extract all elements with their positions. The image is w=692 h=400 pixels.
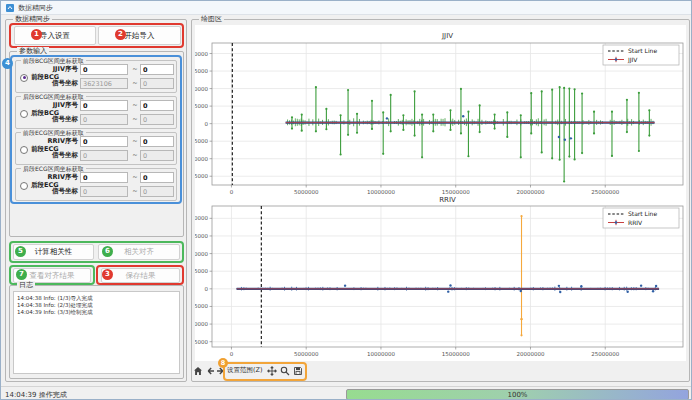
svg-text:15000000: 15000000 bbox=[442, 351, 470, 357]
view-align-result-label: 查看对齐结果 bbox=[30, 271, 75, 281]
tilde-separator: ~ bbox=[131, 186, 139, 197]
step-badge-5: 5 bbox=[15, 246, 26, 257]
jjiv-index-to-input[interactable] bbox=[140, 64, 174, 75]
log-line: 14:04:38 Info: (1/3)导入完成 bbox=[14, 295, 179, 302]
progress-value: 100% bbox=[507, 391, 527, 399]
param-section-front-bcg: 前段BCG区间坐标获取 前段BCG JJIV序号 ~ 信号坐标 ~ bbox=[15, 60, 177, 93]
svg-text:15000: 15000 bbox=[195, 68, 208, 74]
radio-dot-icon bbox=[20, 110, 28, 118]
group-data-sync-title: 数据精同步 bbox=[13, 15, 52, 24]
title-bar: 数据精同步 bbox=[1, 1, 692, 15]
svg-text:10000: 10000 bbox=[195, 251, 208, 257]
log-list[interactable]: 14:04:38 Info: (1/3)导入完成 14:04:38 Info: … bbox=[13, 291, 180, 374]
svg-text:25000000: 25000000 bbox=[591, 351, 619, 357]
signal-coord-from-input bbox=[80, 78, 128, 89]
row-label: RRIV序号 bbox=[34, 136, 78, 147]
step-badge-4: 4 bbox=[2, 58, 13, 69]
set-range-label: 设置范围(Z) bbox=[227, 366, 263, 374]
param-section-front-ecg: 前段ECG区间坐标获取 前段ECG RRIV序号 ~ 信号坐标 ~ bbox=[15, 132, 177, 165]
pan-icon[interactable] bbox=[267, 366, 277, 376]
start-import-button[interactable]: 开始导入 bbox=[98, 26, 181, 45]
row-label: 信号坐标 bbox=[34, 114, 78, 125]
signal-coord-from-input bbox=[80, 186, 128, 197]
status-bar: 14:04:39 操作完成 100% bbox=[1, 386, 692, 400]
param-section-rear-ecg: 后段ECG区间坐标获取 后段ECG RRIV序号 ~ 信号坐标 ~ bbox=[15, 168, 177, 201]
signal-coord-from-input bbox=[80, 150, 128, 161]
svg-text:0: 0 bbox=[205, 121, 209, 127]
group-log-title: 日志 bbox=[17, 281, 35, 290]
progress-bar: 100% bbox=[346, 389, 689, 400]
svg-text:20000000: 20000000 bbox=[516, 351, 544, 357]
svg-text:-15000: -15000 bbox=[195, 173, 208, 179]
svg-text:RRIV: RRIV bbox=[439, 196, 456, 204]
set-range-button[interactable]: 设置范围(Z) bbox=[227, 366, 263, 375]
svg-text:10000: 10000 bbox=[195, 86, 208, 92]
tilde-separator: ~ bbox=[131, 64, 139, 75]
tilde-separator: ~ bbox=[131, 100, 139, 111]
step-badge-7: 7 bbox=[16, 269, 27, 280]
svg-text:-10000: -10000 bbox=[195, 156, 208, 162]
back-arrow-icon[interactable] bbox=[205, 366, 215, 376]
tilde-separator: ~ bbox=[131, 136, 139, 147]
import-settings-button[interactable]: 导入设置 bbox=[14, 26, 96, 45]
row-label: 信号坐标 bbox=[34, 150, 78, 161]
svg-text:20000: 20000 bbox=[195, 215, 208, 221]
svg-text:5000000: 5000000 bbox=[294, 351, 319, 357]
svg-text:10000000: 10000000 bbox=[367, 351, 395, 357]
rriv-index-to-input[interactable] bbox=[140, 172, 174, 183]
rriv-index-to-input[interactable] bbox=[140, 136, 174, 147]
svg-text:JJIV: JJIV bbox=[441, 32, 453, 40]
radio-dot-icon bbox=[20, 74, 28, 82]
rriv-index-from-input[interactable] bbox=[80, 136, 128, 147]
row-label: JJIV序号 bbox=[34, 64, 78, 75]
svg-text:5000: 5000 bbox=[195, 268, 208, 274]
jjiv-index-to-input[interactable] bbox=[140, 100, 174, 111]
jjiv-index-from-input[interactable] bbox=[80, 100, 128, 111]
svg-text:-5000: -5000 bbox=[195, 138, 208, 144]
svg-text:Start Line: Start Line bbox=[628, 210, 657, 217]
calc-correlation-label: 计算相关性 bbox=[35, 247, 73, 257]
svg-text:JJIV: JJIV bbox=[627, 56, 638, 64]
plot-canvas[interactable]: 0500000010000000150000002000000025000000… bbox=[195, 25, 686, 361]
svg-text:0: 0 bbox=[205, 286, 209, 292]
log-line: 14:04:39 Info: (3/3)绘制完成 bbox=[14, 309, 179, 316]
save-result-label: 保存结果 bbox=[126, 271, 156, 281]
svg-text:Start Line: Start Line bbox=[628, 47, 657, 54]
radio-dot-icon bbox=[20, 146, 28, 154]
step-badge-1: 1 bbox=[31, 29, 42, 40]
row-label: 信号坐标 bbox=[34, 78, 78, 89]
step-badge-8: 8 bbox=[218, 358, 228, 368]
row-label: 信号坐标 bbox=[34, 186, 78, 197]
signal-coord-to-input bbox=[140, 114, 174, 125]
zoom-icon[interactable] bbox=[280, 366, 290, 376]
svg-text:10000000: 10000000 bbox=[367, 189, 395, 195]
step-badge-3: 3 bbox=[102, 269, 113, 280]
svg-text:20000000: 20000000 bbox=[516, 189, 544, 195]
tilde-separator: ~ bbox=[131, 78, 139, 89]
home-icon[interactable] bbox=[193, 366, 203, 376]
tilde-separator: ~ bbox=[131, 150, 139, 161]
svg-text:5000: 5000 bbox=[195, 103, 208, 109]
group-params-title: 参数输入 bbox=[17, 47, 49, 56]
group-plot-area-title: 绘图区 bbox=[199, 15, 224, 24]
signal-coord-to-input bbox=[140, 186, 174, 197]
tilde-separator: ~ bbox=[131, 172, 139, 183]
app-window: { "window": { "title": "数据精同步" }, "annot… bbox=[0, 0, 692, 400]
correlate-align-label: 相关对齐 bbox=[124, 247, 154, 257]
import-settings-label: 导入设置 bbox=[40, 31, 70, 41]
svg-text:25000000: 25000000 bbox=[591, 189, 619, 195]
param-section-rear-bcg: 后段BCG区间坐标获取 后段BCG JJIV序号 ~ 信号坐标 ~ bbox=[15, 96, 177, 129]
svg-text:15000: 15000 bbox=[195, 233, 208, 239]
status-text: 14:04:39 操作完成 bbox=[5, 390, 67, 400]
jjiv-index-from-input[interactable] bbox=[80, 64, 128, 75]
row-label: RRIV序号 bbox=[34, 172, 78, 183]
rriv-index-from-input[interactable] bbox=[80, 172, 128, 183]
plot-canvas-wrap: 0500000010000000150000002000000025000000… bbox=[195, 25, 686, 361]
svg-text:RRIV: RRIV bbox=[628, 219, 643, 226]
svg-text:-10000: -10000 bbox=[195, 321, 208, 327]
svg-text:0: 0 bbox=[230, 351, 234, 357]
signal-coord-from-input bbox=[80, 114, 128, 125]
save-icon[interactable] bbox=[293, 366, 303, 376]
start-import-label: 开始导入 bbox=[125, 31, 155, 41]
step-badge-2: 2 bbox=[115, 29, 126, 40]
